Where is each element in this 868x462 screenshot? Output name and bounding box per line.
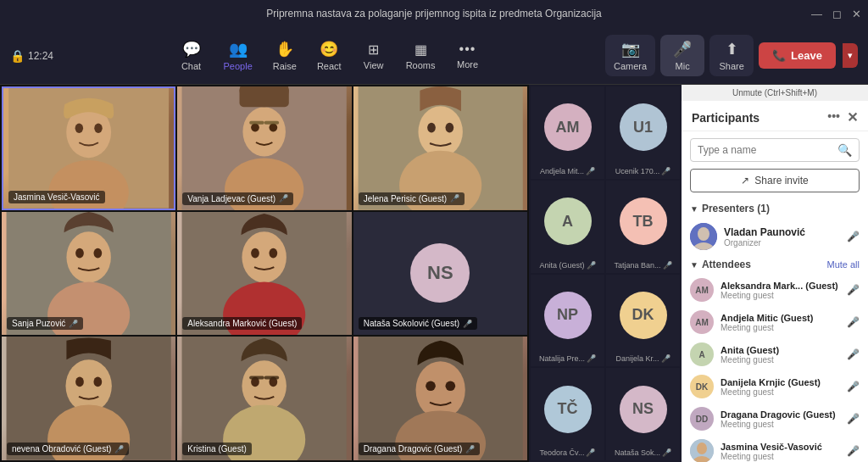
chat-button[interactable]: 💬 Chat — [171, 35, 212, 76]
mic-off-icon-jelena: 🎤 — [450, 194, 459, 203]
avatar-circle-a: A — [544, 198, 592, 245]
avatar-cell-tc: TČ Teodora Čv... 🎤 — [531, 368, 604, 460]
attendee-danijela: DK Danijela Krnjic (Guest) Meeting guest… — [682, 370, 868, 403]
presenter-role: Organizer — [724, 238, 840, 248]
search-box[interactable]: 🔍 — [690, 138, 860, 162]
avatar-circle-am: AM — [544, 103, 592, 151]
attendee-info-4: Dragana Dragovic (Guest) Meeting guest — [721, 409, 840, 429]
window-controls: — ◻ ✕ — [811, 8, 861, 20]
react-button[interactable]: 😊 React — [309, 35, 350, 76]
share-button[interactable]: ⬆ Share — [709, 35, 754, 76]
svg-point-10 — [251, 124, 259, 132]
maximize-button[interactable]: ◻ — [832, 8, 842, 20]
attendees-section-label: ▼ Attendees — [690, 259, 751, 270]
attendee-mic-4: 🎤 — [847, 413, 860, 425]
people-button[interactable]: 👥 People — [215, 35, 261, 76]
participants-panel: Unmute (Ctrl+Shift+M) Participants ••• ✕… — [682, 85, 868, 462]
close-button[interactable]: ✕ — [852, 8, 861, 20]
avatar-ns: NS — [410, 243, 470, 303]
mic-button[interactable]: 🎤 Mic — [660, 35, 704, 76]
attendees-chevron-icon: ▼ — [690, 260, 698, 270]
presenter-photo — [690, 223, 717, 250]
video-cell-dragana: Dragana Dragovic (Guest) 🎤 — [353, 337, 527, 460]
svg-point-23 — [93, 248, 102, 258]
svg-point-45 — [445, 381, 455, 392]
attendee-dragana: DD Dragana Dragovic (Guest) Meeting gues… — [682, 403, 868, 435]
svg-rect-8 — [240, 86, 289, 107]
mic-icon-ns2: 🎤 — [662, 448, 671, 457]
close-panel-icon[interactable]: ✕ — [847, 109, 858, 125]
chat-icon: 💬 — [182, 40, 201, 58]
attendees-header: ▼ Attendees Mute all — [682, 255, 868, 274]
svg-point-42 — [415, 361, 465, 419]
avatar-label-dk: Danijela Kr... 🎤 — [606, 354, 680, 363]
avatar-circle-np: NP — [544, 292, 592, 339]
svg-rect-13 — [264, 121, 279, 125]
avatar-label-np: Natalija Pre... 🎤 — [531, 354, 604, 363]
avatar-cell-u1: U1 Ucenik 170... 🎤 — [606, 86, 680, 179]
svg-point-6 — [243, 107, 286, 156]
avatar-cell-np: NP Natalija Pre... 🎤 — [531, 275, 604, 367]
mic-off-icon: 🎤 — [279, 194, 288, 203]
attendee-info-1: Andjela Mitic (Guest) Meeting guest — [721, 313, 840, 332]
participant-label-dragana: Dragana Dragovic (Guest) 🎤 — [359, 443, 481, 455]
mic-off-icon-dragana: 🎤 — [465, 445, 475, 454]
leave-button[interactable]: 📞 Leave — [759, 42, 836, 69]
leave-chevron-button[interactable]: ▾ — [843, 43, 858, 68]
panel-title: Participants — [692, 111, 760, 125]
participant-label-jelena: Jelena Perisic (Guest) 🎤 — [359, 192, 465, 205]
more-icon: ••• — [459, 42, 476, 57]
mic-icon-am: 🎤 — [586, 167, 595, 175]
svg-point-22 — [75, 248, 84, 258]
video-cell-nevena: nevena Obradović (Guest) 🎤 — [2, 337, 175, 460]
search-input[interactable] — [698, 144, 832, 156]
avatar-label-am: Andjela Mit... 🎤 — [531, 167, 604, 175]
avatar-label-a: Anita (Guest) 🎤 — [531, 261, 604, 270]
attendee-mic-3: 🎤 — [847, 381, 860, 392]
svg-point-18 — [445, 123, 453, 133]
attendee-mic-5: 🎤 — [847, 445, 860, 457]
presenter-avatar — [690, 223, 717, 250]
search-icon: 🔍 — [837, 143, 852, 157]
raise-button[interactable]: ✋ Raise — [264, 35, 305, 76]
mic-off-icon-nevena: 🎤 — [114, 445, 124, 454]
panel-header-actions: ••• ✕ — [827, 109, 858, 125]
attendee-avatar-1: AM — [690, 310, 714, 334]
mic-icon-dk: 🎤 — [661, 354, 670, 363]
toolbar-right: 📷 Camera 🎤 Mic ⬆ Share 📞 Leave ▾ — [605, 35, 858, 76]
svg-point-44 — [426, 381, 436, 392]
svg-point-27 — [251, 248, 259, 258]
more-button[interactable]: ••• More — [448, 36, 488, 75]
unmute-hint: Unmute (Ctrl+Shift+M) — [682, 85, 868, 101]
svg-point-33 — [93, 377, 102, 387]
attendee-mic-2: 🎤 — [847, 348, 860, 360]
mic-icon-tc: 🎤 — [586, 448, 595, 457]
avatar-cell-dk: DK Danijela Kr... 🎤 — [606, 275, 680, 367]
presenters-section: ▼ Presenters (1) — [682, 199, 868, 218]
mute-all-button[interactable]: Mute all — [826, 259, 860, 270]
minimize-button[interactable]: — — [811, 8, 822, 20]
more-options-icon[interactable]: ••• — [827, 109, 840, 125]
camera-button[interactable]: 📷 Camera — [605, 35, 655, 76]
share-invite-button[interactable]: ↗ Share invite — [690, 169, 860, 192]
rooms-button[interactable]: ▦ Rooms — [398, 36, 444, 75]
svg-point-3 — [75, 124, 83, 133]
mic-icon-a: 🎤 — [587, 261, 596, 270]
svg-point-30 — [65, 360, 111, 413]
attendee-avatar-4: DD — [690, 407, 714, 431]
video-feed-jelena — [353, 86, 527, 210]
camera-icon: 📷 — [621, 40, 640, 58]
security-icon: 🔒 — [10, 49, 25, 63]
mic-icon-tb: 🎤 — [663, 261, 672, 270]
rooms-icon: ▦ — [415, 42, 427, 58]
window-title: Pripremna nastava za polaganje prijemnog… — [266, 8, 602, 19]
svg-point-15 — [418, 106, 462, 157]
toolbar-left: 🔒 12:24 — [10, 49, 53, 63]
view-button[interactable]: ⊞ View — [353, 36, 394, 75]
current-time: 12:24 — [28, 50, 53, 62]
svg-point-20 — [66, 231, 110, 282]
avatar-cell-a: A Anita (Guest) 🎤 — [531, 181, 604, 273]
video-cell-jelena: Jelena Perisic (Guest) 🎤 — [353, 86, 527, 210]
mic-icon-u1: 🎤 — [661, 167, 670, 175]
view-icon: ⊞ — [368, 42, 379, 58]
